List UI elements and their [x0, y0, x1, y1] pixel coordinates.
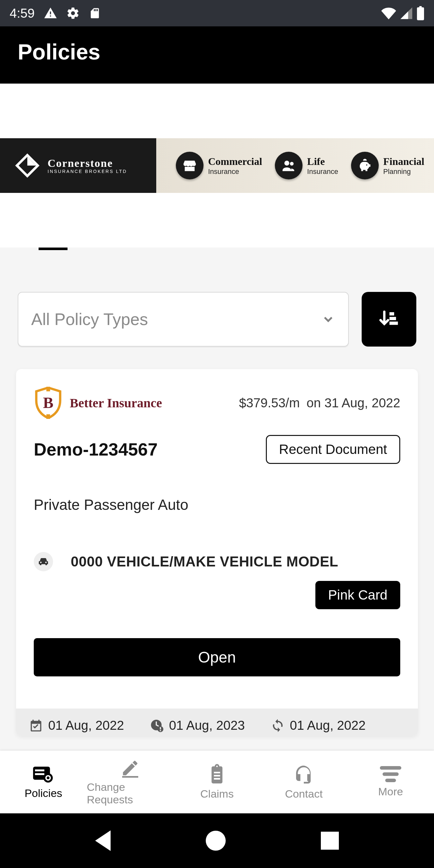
svg-point-5	[366, 164, 368, 165]
date-renew: 01 Aug, 2022	[271, 718, 366, 733]
gear-icon	[66, 6, 80, 20]
people-icon	[275, 152, 303, 179]
open-policy-button[interactable]: Open	[34, 638, 400, 676]
tab-label: More	[378, 785, 403, 798]
svg-rect-23	[380, 766, 402, 770]
menu-icon	[379, 766, 402, 782]
service-commercial: Commercial Insurance	[176, 152, 262, 179]
sort-button[interactable]	[362, 292, 416, 346]
nav-home-button[interactable]	[206, 831, 226, 850]
piggy-bank-icon	[351, 152, 379, 179]
broker-subtitle: INSURANCE BROKERS LTD	[48, 169, 127, 174]
tab-change-requests[interactable]: Change Requests	[87, 751, 174, 813]
clock-alert-icon	[150, 718, 164, 733]
policy-card[interactable]: B Better Insurance $379.53/m on 31 Aug, …	[16, 369, 418, 736]
chevron-down-icon	[321, 312, 335, 326]
policy-type: Private Passenger Auto	[34, 496, 400, 514]
sort-icon	[378, 308, 400, 331]
storefront-icon	[176, 152, 204, 179]
battery-icon	[416, 6, 424, 20]
vehicle-description: 0000 VEHICLE/MAKE VEHICLE MODEL	[71, 554, 338, 570]
car-icon	[34, 552, 53, 571]
svg-rect-8	[390, 322, 397, 324]
insurer-block: B Better Insurance	[34, 387, 162, 419]
svg-rect-15	[160, 730, 161, 731]
tab-more[interactable]: More	[347, 751, 434, 813]
nav-recent-button[interactable]	[321, 832, 339, 850]
pink-card-button[interactable]: Pink Card	[315, 581, 400, 609]
tab-label: Change Requests	[87, 781, 174, 806]
svg-rect-24	[382, 772, 399, 776]
date-end: 01 Aug, 2023	[150, 718, 245, 733]
svg-rect-7	[390, 317, 396, 319]
tab-policies[interactable]: Policies	[0, 751, 87, 813]
svg-rect-6	[390, 313, 394, 315]
sd-card-icon	[89, 7, 101, 19]
policy-type-dropdown[interactable]: All Policy Types	[18, 292, 349, 346]
tab-claims[interactable]: Claims	[174, 751, 260, 813]
active-tab-indicator	[38, 248, 67, 250]
svg-rect-14	[160, 727, 161, 729]
bottom-tab-bar: Policies Change Requests Claims Contact …	[0, 751, 434, 813]
tab-label: Contact	[285, 787, 322, 800]
app-header: Policies	[0, 26, 434, 84]
cornerstone-logo-icon	[13, 151, 42, 180]
policies-icon	[32, 765, 55, 784]
android-status-bar: 4:59	[0, 0, 434, 26]
svg-point-21	[46, 776, 50, 779]
calendar-check-icon	[29, 718, 43, 733]
content-area: All Policy Types B	[0, 248, 434, 752]
service-life: Life Insurance	[275, 152, 338, 179]
insurer-name: Better Insurance	[70, 396, 162, 410]
broker-banner: Cornerstone INSURANCE BROKERS LTD Commer…	[0, 138, 434, 193]
broker-logo: Cornerstone INSURANCE BROKERS LTD	[0, 151, 127, 180]
svg-rect-17	[35, 769, 44, 771]
svg-point-3	[284, 161, 289, 165]
dropdown-label: All Policy Types	[31, 310, 148, 329]
policy-dates-row: 01 Aug, 2022 01 Aug, 2023 01 Aug, 2022	[16, 709, 418, 736]
wifi-icon	[381, 6, 396, 21]
service-financial: Financial Planning	[351, 152, 424, 179]
svg-rect-10	[46, 414, 50, 419]
tab-contact[interactable]: Contact	[260, 751, 347, 813]
svg-rect-25	[385, 779, 396, 782]
svg-rect-18	[35, 773, 44, 775]
svg-text:B: B	[43, 394, 53, 411]
policy-number: Demo-1234567	[34, 439, 157, 460]
svg-rect-22	[122, 776, 138, 778]
status-time: 4:59	[10, 6, 35, 21]
svg-rect-9	[46, 387, 50, 391]
warning-icon	[44, 6, 57, 20]
edit-icon	[120, 758, 141, 778]
premium-text: $379.53/m on 31 Aug, 2022	[239, 396, 400, 410]
cell-signal-icon	[399, 6, 413, 20]
nav-back-button[interactable]	[95, 830, 111, 851]
android-nav-bar	[0, 813, 434, 868]
refresh-icon	[271, 718, 285, 733]
insurer-shield-icon: B	[34, 387, 63, 419]
recent-document-button[interactable]: Recent Document	[266, 435, 400, 464]
broker-name: Cornerstone	[48, 157, 127, 169]
date-start: 01 Aug, 2022	[29, 718, 124, 733]
svg-point-4	[290, 162, 294, 166]
banner-area: Cornerstone INSURANCE BROKERS LTD Commer…	[0, 84, 434, 248]
clipboard-icon	[208, 764, 226, 784]
vehicle-row: 0000 VEHICLE/MAKE VEHICLE MODEL	[34, 552, 400, 571]
tab-label: Claims	[200, 787, 234, 800]
headset-icon	[293, 764, 314, 784]
tab-label: Policies	[25, 787, 62, 800]
page-title: Policies	[18, 39, 416, 64]
